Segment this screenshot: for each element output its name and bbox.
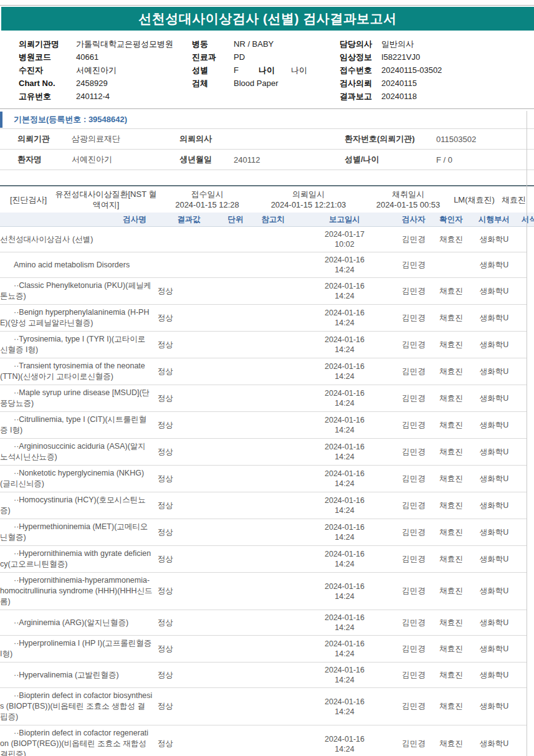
col-header-tester: 검사자	[394, 214, 433, 225]
patient-header-row: 의뢰기관명가톨릭대학교은평성모병원	[19, 37, 178, 50]
basic-info-title: 기본정보(등록번호 : 39548642)	[14, 114, 127, 125]
cell-department: 생화학U	[469, 474, 519, 484]
col-header-department: 시행부서	[469, 214, 519, 225]
reported-datetime-text: 2024-01-16 14:24	[320, 281, 370, 301]
field-label: 환자번호(의뢰기관)	[345, 133, 436, 145]
cell-department: 생화학U	[469, 500, 519, 511]
cell-confirmer: 채효진	[433, 618, 469, 628]
cell-tester: 김민경	[394, 586, 433, 596]
field-label: Chart No.	[19, 77, 76, 90]
field-label: 접수번호	[340, 64, 381, 77]
cell-department: 생화학U	[469, 393, 519, 404]
field-label: 병동	[192, 37, 234, 50]
field-label: 의뢰기관명	[19, 37, 76, 50]
cell-test-name: 선천성대사이상검사 (선별)	[0, 232, 158, 247]
reported-datetime-text: 2024-01-17 10:02	[320, 229, 370, 249]
cell-reported-datetime: 2024-01-16 14:24	[295, 388, 394, 408]
cell-result: 정상	[158, 586, 220, 596]
cell-confirmer: 채효진	[433, 701, 469, 712]
reported-datetime-text: 2024-01-16 14:24	[320, 522, 370, 542]
reported-datetime-text: 2024-01-16 14:24	[320, 388, 370, 408]
cell-test-name: ··Transient tyrosinemia of the neonate (…	[0, 358, 158, 385]
reported-datetime-text: 2024-01-16 14:24	[320, 613, 370, 633]
cell-tester: 김민경	[394, 644, 433, 654]
cell-result: 정상	[158, 393, 220, 404]
reported-datetime-text: 2024-01-16 14:24	[320, 549, 370, 569]
top-strip	[0, 0, 534, 6]
requested-datetime: 의뢰일시 2024-01-15 12:21:03	[255, 189, 361, 210]
field-value: 240112	[234, 155, 345, 165]
cell-tester: 김민경	[394, 701, 433, 712]
cell-test-name: ··Hyperornithinemia with gyrate deficien…	[0, 546, 158, 572]
cell-tester: 김민경	[394, 340, 433, 350]
reported-datetime-text: 2024-01-16 14:24	[320, 581, 370, 601]
report-content: 기본정보(등록번호 : 39548642) 의뢰기관삼광의료재단의뢰의사환자번호…	[0, 111, 534, 756]
cell-confirmer: 채효진	[433, 474, 469, 484]
collected-label: 채취일시	[361, 189, 455, 199]
lab-code: LM(채효진)	[455, 194, 493, 205]
report-page: 선천성대사이상검사 (선별) 검사결과보고서 의뢰기관명가톨릭대학교은평성모병원…	[0, 0, 534, 756]
cell-test-name: ··Benign hyperphenylalaninemia (H-PHE)(양…	[0, 305, 158, 331]
cell-tester: 김민경	[394, 447, 433, 457]
cell-result: 정상	[158, 313, 220, 323]
field-value: NR / BABY	[234, 39, 274, 49]
col-header-unit: 단위	[220, 214, 251, 225]
reported-datetime-text: 2024-01-16 14:24	[320, 255, 370, 275]
cell-tester: 김민경	[394, 234, 433, 245]
cell-confirmer: 채효진	[433, 366, 469, 377]
cell-department: 생화학U	[469, 313, 519, 323]
cell-result: 정상	[158, 644, 220, 654]
cell-result: 정상	[158, 447, 220, 457]
diagnosis-bar: [진단검사] 유전성대사이상질환[NST 혈액여지] 접수일시 2024-01-…	[0, 185, 534, 213]
reported-datetime-text: 2024-01-16 14:24	[320, 308, 370, 328]
received-datetime: 접수일시 2024-01-15 12:28	[159, 189, 255, 210]
field-value: 가톨릭대학교은평성모병원	[76, 39, 173, 49]
cell-confirmer: 채효진	[433, 420, 469, 431]
cell-result: 정상	[158, 739, 220, 749]
cell-test-name: ··Hypermethioninemia (MET)(고메티오닌혈증)	[0, 519, 158, 545]
basic-info-header: 기본정보(등록번호 : 39548642)	[0, 111, 534, 129]
field-value: 011503502	[436, 135, 534, 144]
cell-reported-datetime: 2024-01-16 14:24	[295, 415, 394, 435]
table-row: ··Maple syrup urine disease [MSUD](단풍당뇨증…	[0, 385, 527, 412]
cell-confirmer: 채효진	[433, 286, 469, 297]
cell-tester: 김민경	[394, 420, 433, 431]
cell-reported-datetime: 2024-01-16 14:24	[295, 613, 394, 633]
cell-result: 정상	[158, 618, 220, 628]
cell-reported-datetime: 2024-01-16 14:24	[295, 697, 394, 717]
diagnosis-tag: [진단검사]	[0, 194, 53, 205]
reported-datetime-text: 2024-01-16 14:24	[320, 697, 370, 717]
cell-test-name: ··Argininosuccinic aciduria (ASA)(알지노석시닌…	[0, 439, 158, 465]
cell-department: 생화학U	[469, 260, 519, 270]
cell-reported-datetime: 2024-01-16 14:24	[295, 469, 394, 489]
cell-confirmer: 채효진	[433, 644, 469, 654]
cell-result: 정상	[158, 554, 220, 565]
cell-confirmer: 채효진	[433, 670, 469, 681]
col-header-reported: 보고일시	[295, 214, 394, 225]
cell-result: 정상	[158, 701, 220, 712]
cell-result: 정상	[158, 474, 220, 484]
cell-confirmer: 채효진	[433, 586, 469, 596]
field-label: 나이	[259, 64, 291, 77]
cell-test-name: ··Hyperprolinemia I (HP I)(고프롤린혈증 I형)	[0, 636, 158, 662]
col-header-reference: 참고치	[251, 214, 295, 225]
results-table-body: 선천성대사이상검사 (선별)2024-01-17 10:02김민경채효진생화학U…	[0, 227, 534, 756]
cell-test-name: ··Classic Phenylketonuria (PKU)(페닐케톤뇨증)	[0, 278, 158, 304]
patient-header-row: 검사의뢰20240115	[340, 77, 534, 90]
cell-reported-datetime: 2024-01-16 14:24	[295, 255, 394, 275]
requested-value: 2024-01-15 12:21:03	[255, 199, 361, 210]
patient-header-row: 수진자서예진아기	[19, 64, 178, 77]
field-value: 일반의사	[381, 39, 414, 49]
cell-reported-datetime: 2024-01-16 14:24	[295, 361, 394, 381]
cell-department: 생화학U	[469, 670, 519, 681]
table-row: ··Tyrosinemia, type I (TYR I)(고타이로신혈증 I형…	[0, 332, 527, 358]
cell-confirmer: 채효진	[433, 500, 469, 511]
field-label: 의뢰의사	[179, 133, 234, 145]
patient-header-row: 검체Blood Paper	[192, 77, 333, 90]
field-value: F / 0	[436, 155, 534, 165]
cell-confirmer: 채효진	[433, 234, 469, 245]
received-label: 접수일시	[159, 189, 255, 199]
cell-test-name: ··Citrullinemia, type I (CIT)(시트룰린혈증 I형)	[0, 412, 158, 438]
cell-department: 생화학U	[469, 527, 519, 538]
cell-confirmer: 채효진	[433, 393, 469, 404]
